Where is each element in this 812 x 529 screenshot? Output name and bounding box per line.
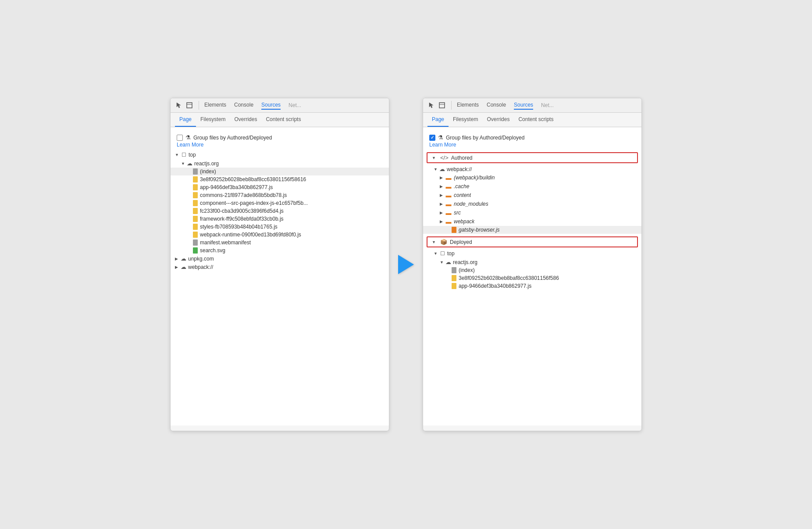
- item-text-gatsby: gatsby-browser.js: [459, 227, 500, 233]
- cloud-icon-webpack-left: ☁: [181, 264, 186, 270]
- triangle-buildin: [440, 175, 444, 180]
- item-text-cache: .cache: [454, 183, 469, 189]
- tree-item-fc233[interactable]: fc233f00-cba3d9005c3896f6d5d4.js: [171, 207, 389, 215]
- tree-item-3e8f-right[interactable]: 3e8f09252b6028beb8baf8cc63801156f586: [423, 274, 641, 282]
- triangle-authored: [432, 156, 436, 160]
- tree-item-reactjs-right[interactable]: ☁ reactjs.org: [423, 258, 641, 266]
- item-text-component: component---src-pages-index-js-e1c657bf5…: [200, 200, 308, 206]
- group-files-checkbox-right[interactable]: [429, 135, 435, 141]
- sub-tab-content-left[interactable]: Content scripts: [261, 113, 305, 127]
- item-text-top-right: top: [447, 250, 455, 257]
- triangle-content: [440, 193, 444, 197]
- tab-sources-left[interactable]: Sources: [261, 101, 281, 110]
- tree-item-src[interactable]: ▬ src: [423, 208, 641, 217]
- tree-item-top-right[interactable]: ☐ top: [423, 249, 641, 258]
- sub-tab-overrides-right[interactable]: Overrides: [482, 113, 514, 127]
- deployed-label: Deployed: [450, 239, 472, 245]
- sub-tab-filesystem-right[interactable]: Filesystem: [449, 113, 482, 127]
- tree-item-styles[interactable]: styles-fb708593b484b04b1765.js: [171, 223, 389, 231]
- toolbar-divider-left: [199, 101, 199, 110]
- triangle-top-right: [434, 251, 438, 256]
- box-icon-right[interactable]: [438, 101, 446, 109]
- tree-item-reactjs[interactable]: ☁ reactjs.org: [171, 159, 389, 168]
- learn-more-left[interactable]: Learn More: [171, 142, 389, 150]
- box-icon[interactable]: [185, 101, 193, 109]
- tree-item-webpack-right[interactable]: ☁ webpack://: [423, 165, 641, 173]
- group-files-label-left: Group files by Authored/Deployed: [193, 135, 272, 141]
- triangle-node-modules: [440, 202, 444, 206]
- tab-console-left[interactable]: Console: [234, 101, 253, 110]
- triangle-reactjs: [181, 161, 185, 166]
- item-text-styles: styles-fb708593b484b04b1765.js: [200, 224, 278, 230]
- authored-icon: </>: [440, 154, 449, 161]
- item-text-app-right: app-9466def3ba340b862977.js: [459, 283, 531, 289]
- tree-item-app[interactable]: app-9466def3ba340b862977.js: [171, 183, 389, 191]
- item-text-webpack-runtime: webpack-runtime-090f00ed13bd69fd80f0.js: [200, 232, 301, 238]
- file-icon-framework: [193, 216, 198, 222]
- tree-item-webpack-runtime[interactable]: webpack-runtime-090f00ed13bd69fd80f0.js: [171, 231, 389, 239]
- sub-tabs-left: Page Filesystem Overrides Content script…: [171, 113, 389, 127]
- tree-item-webpack-folder[interactable]: ▬ webpack: [423, 217, 641, 226]
- tree-item-gatsby[interactable]: gatsby-browser.js: [423, 226, 641, 234]
- item-text-unpkg: unpkg.com: [188, 256, 214, 262]
- item-text-buildin: (webpack)/buildin: [454, 175, 495, 181]
- funnel-icon-right: ⚗: [438, 134, 443, 141]
- folder-icon-cache: ▬: [445, 183, 452, 190]
- tree-item-framework[interactable]: framework-ff9c508ebfda0f33cb0b.js: [171, 215, 389, 223]
- tab-net-left[interactable]: Net...: [288, 102, 301, 108]
- authored-section-header[interactable]: </> Authored: [427, 152, 638, 163]
- tree-item-commons[interactable]: commons-21f8977ade868b5bdb78.js: [171, 191, 389, 199]
- tree-item-unpkg[interactable]: ☁ unpkg.com: [171, 254, 389, 263]
- group-files-checkbox-left[interactable]: [177, 135, 183, 141]
- cursor-icon-right[interactable]: [427, 101, 435, 109]
- arrow-container: [398, 255, 414, 274]
- sub-tab-filesystem-left[interactable]: Filesystem: [196, 113, 230, 127]
- file-icon-index-right: [452, 267, 456, 273]
- learn-more-right[interactable]: Learn More: [423, 142, 641, 150]
- item-text-3e8f-right: 3e8f09252b6028beb8baf8cc63801156f586: [459, 275, 559, 281]
- tree-item-manifest[interactable]: manifest.webmanifest: [171, 239, 389, 247]
- tree-item-3e8f[interactable]: 3e8f09252b6028beb8baf8cc63801156f58616: [171, 175, 389, 183]
- item-text-fc233: fc233f00-cba3d9005c3896f6d5d4.js: [200, 208, 284, 214]
- svg-rect-0: [187, 103, 192, 108]
- tree-item-search[interactable]: search.svg: [171, 247, 389, 254]
- triangle-webpack-right: [434, 167, 438, 172]
- sub-tab-overrides-left[interactable]: Overrides: [230, 113, 261, 127]
- tree-item-node-modules[interactable]: ▬ node_modules: [423, 200, 641, 208]
- tree-item-index-left[interactable]: (index): [171, 168, 389, 175]
- sub-tab-page-right[interactable]: Page: [427, 113, 449, 127]
- cursor-icon[interactable]: [175, 101, 183, 109]
- toolbar-icons-right: [427, 101, 446, 109]
- tree-item-content[interactable]: ▬ content: [423, 191, 641, 200]
- cloud-icon-webpack-right: ☁: [439, 166, 445, 172]
- file-icon-search: [193, 247, 198, 254]
- cloud-icon-reactjs: ☁: [187, 160, 192, 167]
- item-text-reactjs: reactjs.org: [194, 161, 219, 167]
- tree-item-top[interactable]: ☐ top: [171, 150, 389, 159]
- item-text-content: content: [454, 192, 471, 198]
- tab-console-right[interactable]: Console: [487, 101, 506, 110]
- tree-item-index-right[interactable]: (index): [423, 266, 641, 274]
- file-icon-3e8f-right: [452, 275, 456, 281]
- tree-item-webpack-left[interactable]: ☁ webpack://: [171, 263, 389, 271]
- deployed-section-header[interactable]: 📦 Deployed: [427, 236, 638, 247]
- item-text-src: src: [454, 210, 461, 216]
- tree-item-component[interactable]: component---src-pages-index-js-e1c657bf5…: [171, 199, 389, 207]
- tree-item-buildin[interactable]: ▬ (webpack)/buildin: [423, 173, 641, 182]
- item-text-commons: commons-21f8977ade868b5bdb78.js: [200, 192, 287, 198]
- sub-tab-page-left[interactable]: Page: [175, 113, 196, 127]
- authored-tree: ☁ webpack:// ▬ (webpack)/buildin ▬ .cach…: [423, 165, 641, 234]
- toolbar-icons-left: [175, 101, 193, 109]
- file-icon-styles: [193, 224, 198, 230]
- tree-item-app-right[interactable]: app-9466def3ba340b862977.js: [423, 282, 641, 290]
- tree-item-cache[interactable]: ▬ .cache: [423, 182, 641, 191]
- tab-sources-right[interactable]: Sources: [514, 101, 533, 110]
- content-area-left: ⚗ Group files by Authored/Deployed Learn…: [171, 127, 389, 425]
- tab-net-right[interactable]: Net...: [541, 102, 554, 108]
- tab-elements-right[interactable]: Elements: [457, 101, 479, 110]
- file-icon-3e8f: [193, 176, 198, 182]
- tab-elements-left[interactable]: Elements: [204, 101, 226, 110]
- file-icon-webpack-runtime: [193, 232, 198, 238]
- group-files-row-right: ⚗ Group files by Authored/Deployed: [423, 132, 641, 142]
- sub-tab-content-right[interactable]: Content scripts: [514, 113, 558, 127]
